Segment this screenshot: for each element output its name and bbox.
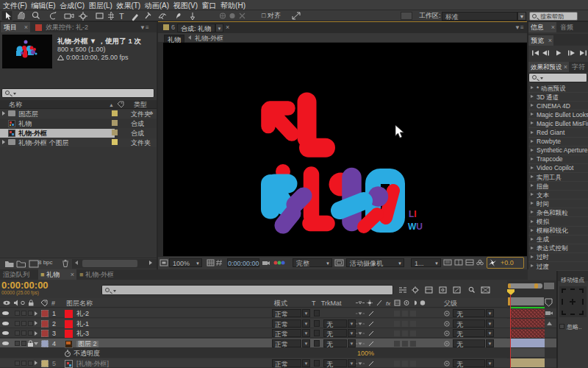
svg-text:T: T (119, 12, 124, 21)
svg-text:WU: WU (408, 222, 423, 232)
svg-text:fx: fx (386, 300, 391, 307)
svg-text:LI: LI (409, 209, 417, 219)
